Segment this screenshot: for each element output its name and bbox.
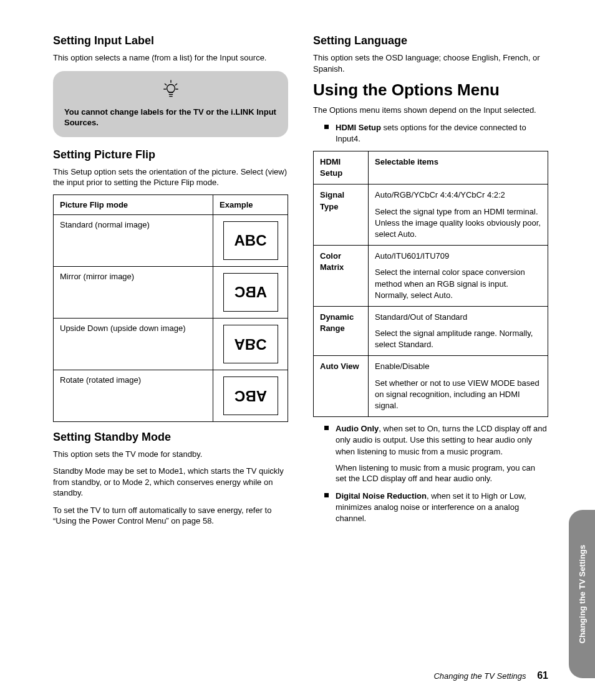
footer-page-number: 61 — [537, 670, 548, 681]
svg-line-2 — [165, 84, 166, 85]
table-row: Standard (normal image)ABC — [54, 214, 288, 266]
bullet-digital-noise-reduction: Digital Noise Reduction, when set it to … — [324, 491, 548, 525]
hdmi-row-detail: Standard/Out of StandardSelect the signa… — [369, 306, 548, 356]
picture-flip-table: Picture Flip mode Example Standard (norm… — [53, 194, 288, 422]
hdmi-row-name: Dynamic Range — [314, 306, 369, 356]
flip-th-example: Example — [213, 194, 288, 214]
flip-mode-label: Upside Down (upside down image) — [54, 318, 213, 370]
heading-standby: Setting Standby Mode — [53, 431, 288, 444]
hdmi-th-col1: HDMI Setup — [314, 151, 369, 185]
flip-mode-label: Rotate (rotated image) — [54, 370, 213, 421]
paragraph-picture-flip: This Setup option sets the orientation o… — [53, 166, 288, 188]
hdmi-row-detail: Auto/ITU601/ITU709Select the internal co… — [369, 246, 548, 307]
right-column: Setting Language This option sets the OS… — [313, 34, 548, 533]
hdmi-row-detail: Auto/RGB/YCbCr 4:4:4/YCbCr 4:2:2Select t… — [369, 185, 548, 246]
heading-picture-flip: Setting Picture Flip — [53, 148, 288, 161]
hdmi-th-col2: Selectable items — [369, 151, 548, 185]
flip-example-cell: ABC — [213, 318, 288, 370]
options-bullets-top: HDMI Setup sets options for the device c… — [313, 122, 548, 145]
hdmi-row-name: Auto View — [314, 356, 369, 417]
paragraph-input-label: This option selects a name (from a list)… — [53, 52, 288, 64]
table-row: Color MatrixAuto/ITU601/ITU709Select the… — [314, 246, 548, 307]
hdmi-row-name: Signal Type — [314, 185, 369, 246]
bullet-audio-only: Audio Only, when set to On, turns the LC… — [324, 423, 548, 484]
flip-mode-label: Mirror (mirror image) — [54, 266, 213, 318]
table-row: Rotate (rotated image)ABC — [54, 370, 288, 421]
bullet-hdmi-setup: HDMI Setup sets options for the device c… — [324, 122, 548, 145]
side-tab-label: Changing the TV Settings — [578, 545, 587, 643]
hdmi-row-detail: Enable/DisableSet whether or not to use … — [369, 356, 548, 417]
flip-example-icon: ABC — [223, 376, 278, 415]
paragraph-standby-1: This option sets the TV mode for standby… — [53, 449, 288, 460]
flip-example-icon: ABC — [223, 273, 278, 312]
paragraph-standby-3: To set the TV to turn off automatically … — [53, 505, 288, 527]
options-bullets-bottom: Audio Only, when set to On, turns the LC… — [313, 423, 548, 524]
heading-input-label: Setting Input Label — [53, 34, 288, 47]
flip-example-icon: ABC — [223, 221, 278, 260]
callout-text: You cannot change labels for the TV or t… — [64, 107, 277, 128]
flip-example-icon: ABC — [223, 325, 278, 363]
page-footer: Changing the TV Settings 61 — [433, 670, 548, 681]
heading-options-menu: Using the Options Menu — [313, 80, 548, 100]
bullet-audio-only-sub: When listening to music from a music pro… — [336, 463, 548, 484]
svg-point-0 — [167, 84, 175, 92]
flip-example-cell: ABC — [213, 370, 288, 421]
table-row: Signal TypeAuto/RGB/YCbCr 4:4:4/YCbCr 4:… — [314, 185, 548, 246]
footer-chapter: Changing the TV Settings — [433, 671, 526, 681]
side-tab: Changing the TV Settings — [569, 510, 595, 678]
hdmi-setup-table: HDMI Setup Selectable items Signal TypeA… — [313, 151, 548, 417]
table-row: Dynamic RangeStandard/Out of StandardSel… — [314, 306, 548, 356]
flip-example-cell: ABC — [213, 214, 288, 266]
hdmi-row-name: Color Matrix — [314, 246, 369, 307]
flip-th-mode: Picture Flip mode — [54, 194, 213, 214]
callout-note: You cannot change labels for the TV or t… — [53, 71, 288, 137]
svg-line-3 — [175, 84, 177, 85]
paragraph-options-menu: The Options menu items shown depend on t… — [313, 105, 548, 116]
heading-language: Setting Language — [313, 34, 548, 47]
lightbulb-icon — [64, 80, 277, 102]
table-row: Upside Down (upside down image)ABC — [54, 318, 288, 370]
table-row: Mirror (mirror image)ABC — [54, 266, 288, 318]
table-row: Auto ViewEnable/DisableSet whether or no… — [314, 356, 548, 417]
left-column: Setting Input Label This option selects … — [53, 34, 288, 533]
paragraph-language: This option sets the OSD language; choos… — [313, 52, 548, 74]
two-column-layout: Setting Input Label This option selects … — [53, 34, 548, 533]
paragraph-standby-2: Standby Mode may be set to Mode1, which … — [53, 466, 288, 499]
flip-mode-label: Standard (normal image) — [54, 214, 213, 266]
flip-example-cell: ABC — [213, 266, 288, 318]
